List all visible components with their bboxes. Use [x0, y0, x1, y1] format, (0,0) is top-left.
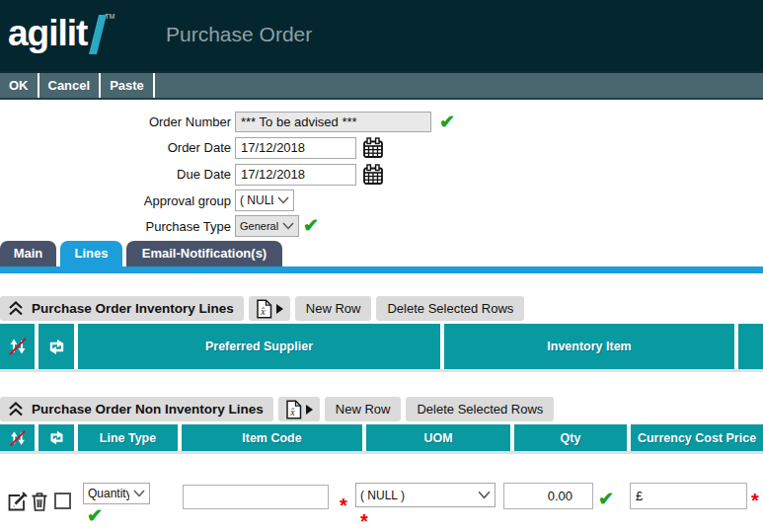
- line-type-value: Quantity: [88, 487, 129, 500]
- page-title: Purchase Order: [166, 23, 312, 46]
- col-item-code[interactable]: Item Code: [182, 424, 362, 451]
- purchase-type-select[interactable]: General PO: [235, 215, 299, 237]
- excel-export-icon: x̂: [285, 400, 302, 419]
- non-inventory-new-row-button[interactable]: New Row: [325, 397, 402, 421]
- inventory-col-extra: [738, 324, 763, 369]
- uom-select[interactable]: ( NULL ): [355, 483, 496, 507]
- svg-text:x̂: x̂: [260, 305, 266, 316]
- edit-row-icon[interactable]: [7, 491, 29, 512]
- item-code-required-icon: *: [340, 498, 347, 512]
- collapse-double-chevron-icon[interactable]: [8, 301, 24, 316]
- order-date-label: Order Date: [0, 138, 231, 158]
- non-inventory-delete-rows-button[interactable]: Delete Selected Rows: [406, 397, 554, 421]
- non-inventory-export-excel-button[interactable]: x̂: [278, 397, 320, 421]
- inventory-delete-rows-button[interactable]: Delete Selected Rows: [376, 296, 524, 321]
- non-inventory-table-header: Line Type Item Code UOM Qty Currency Cos…: [0, 424, 763, 454]
- chevron-down-icon: [282, 222, 294, 230]
- non-inventory-nosort-header[interactable]: [0, 424, 35, 451]
- due-date-field[interactable]: 17/12/2018: [235, 164, 356, 186]
- item-code-input[interactable]: [183, 485, 329, 509]
- refresh-loop-icon: [47, 338, 66, 356]
- inventory-refresh-header[interactable]: [38, 324, 74, 369]
- uom-value: ( NULL ): [360, 489, 474, 502]
- inventory-nosort-header[interactable]: [0, 324, 35, 369]
- due-date-calendar-icon[interactable]: [362, 164, 384, 186]
- export-menu-caret-icon[interactable]: [306, 405, 313, 415]
- col-line-type[interactable]: Line Type: [78, 424, 178, 451]
- svg-text:x̂: x̂: [289, 406, 295, 417]
- uom-required-icon: *: [360, 514, 368, 528]
- tab-email-notifications[interactable]: Email-Notification(s): [126, 241, 282, 266]
- cancel-button[interactable]: Cancel: [39, 73, 102, 98]
- collapse-double-chevron-icon[interactable]: [8, 402, 24, 417]
- line-type-valid-icon: ✔: [87, 506, 103, 525]
- inventory-new-row-button[interactable]: New Row: [295, 296, 372, 321]
- inventory-export-excel-button[interactable]: x̂: [249, 296, 290, 321]
- inventory-col-inventory-item[interactable]: Inventory Item: [444, 324, 734, 369]
- col-uom[interactable]: UOM: [366, 424, 510, 451]
- non-inventory-lines-collapse[interactable]: Purchase Order Non Inventory Lines: [0, 397, 273, 421]
- agility-logo: agilit TM: [8, 11, 114, 56]
- logo-slash-icon: [89, 15, 107, 54]
- line-type-select[interactable]: Quantity: [83, 483, 150, 504]
- no-sort-icon: [7, 336, 29, 357]
- inventory-lines-collapse[interactable]: Purchase Order Inventory Lines: [0, 296, 244, 321]
- inventory-table-header: Preferred Supplier Inventory Item: [0, 324, 763, 372]
- purchase-type-label: Purchase Type: [0, 217, 231, 237]
- due-date-label: Due Date: [0, 165, 231, 185]
- col-qty[interactable]: Qty: [514, 424, 627, 451]
- ok-button[interactable]: OK: [0, 73, 39, 98]
- order-date-calendar-icon[interactable]: [362, 137, 384, 159]
- order-number-valid-icon: ✔: [439, 113, 455, 131]
- inventory-col-preferred-supplier[interactable]: Preferred Supplier: [78, 324, 440, 369]
- purchase-type-value: General PO: [240, 220, 278, 232]
- logo-text: agilit: [8, 11, 87, 56]
- excel-export-icon: x̂: [256, 299, 272, 319]
- refresh-loop-icon: [48, 429, 65, 446]
- chevron-down-icon: [277, 196, 289, 204]
- order-number-label: Order Number: [0, 113, 231, 132]
- order-number-field[interactable]: *** To be advised ***: [235, 112, 431, 132]
- export-menu-caret-icon[interactable]: [276, 304, 283, 314]
- delete-row-trash-icon[interactable]: [31, 491, 48, 512]
- approval-group-select[interactable]: ( NULL ): [235, 190, 294, 211]
- currency-cost-price-field[interactable]: £: [630, 483, 747, 509]
- non-inventory-section-title: Purchase Order Non Inventory Lines: [32, 402, 264, 417]
- non-inventory-refresh-header[interactable]: [38, 424, 74, 451]
- non-inventory-lines-section-header: Purchase Order Non Inventory Lines x̂ Ne…: [0, 397, 554, 421]
- inventory-section-title: Purchase Order Inventory Lines: [32, 301, 234, 316]
- purchase-order-window: agilit TM Purchase Order OK Cancel Paste…: [0, 0, 763, 532]
- inventory-lines-section-header: Purchase Order Inventory Lines x̂ New Ro…: [0, 296, 524, 321]
- paste-button[interactable]: Paste: [101, 73, 155, 98]
- approval-group-label: Approval group: [0, 191, 231, 211]
- action-toolbar: OK Cancel Paste: [0, 71, 763, 100]
- approval-group-value: ( NULL ): [240, 193, 273, 207]
- app-header: agilit TM Purchase Order: [0, 0, 763, 71]
- currency-required-icon: *: [751, 494, 759, 507]
- qty-field[interactable]: 0.00: [503, 483, 593, 509]
- row-select-checkbox[interactable]: [54, 493, 71, 509]
- active-tab-bar: [0, 266, 763, 273]
- tab-main[interactable]: Main: [0, 241, 56, 266]
- chevron-down-icon: [133, 490, 145, 497]
- qty-valid-icon: ✔: [598, 490, 614, 508]
- col-currency-cost-price[interactable]: Currency Cost Price: [631, 424, 763, 451]
- purchase-type-valid-icon: ✔: [303, 216, 319, 235]
- chevron-down-icon: [478, 491, 491, 499]
- no-sort-icon: [8, 428, 28, 448]
- tab-lines[interactable]: Lines: [60, 241, 122, 266]
- order-date-field[interactable]: 17/12/2018: [235, 137, 356, 159]
